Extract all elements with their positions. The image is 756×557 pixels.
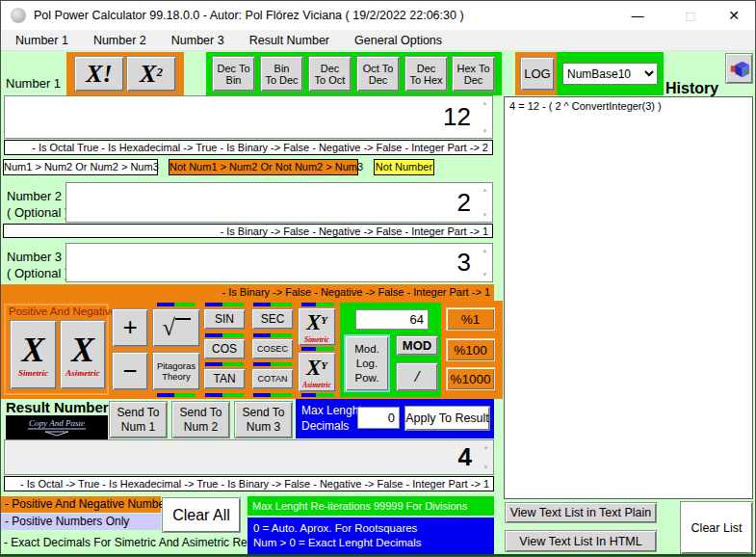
power-icon: XY — [306, 310, 327, 335]
pitagoras-button[interactable]: PitagorasTheory — [152, 352, 200, 390]
number1-spinner[interactable]: ▲▼ — [479, 97, 491, 137]
number1-input[interactable] — [4, 95, 493, 139]
dec-to-hex-button[interactable]: DecTo Hex — [404, 56, 448, 92]
sec-button[interactable]: SEC — [251, 308, 294, 330]
number1-status: - Is Octal True - Is Hexadecimal -> True… — [4, 140, 493, 155]
clear-list-button[interactable]: Clear List — [680, 501, 753, 554]
menu-number3[interactable]: Number 3 — [171, 34, 224, 47]
compare-badge: Num1 > Num2 Or Num2 > Num3 — [3, 159, 158, 175]
hex-to-dec-button[interactable]: Hex ToDec — [452, 56, 495, 92]
dec-to-oct-button[interactable]: DecTo Oct — [308, 56, 352, 92]
mod-button[interactable]: MOD — [396, 335, 438, 356]
numbase-panel: NumBase10 — [557, 52, 664, 95]
minus-button[interactable]: − — [112, 352, 148, 390]
mod-value-input[interactable] — [355, 309, 429, 330]
spinner-up-icon: ▲ — [482, 100, 488, 106]
accent-stripe — [205, 362, 244, 366]
minus-icon: − — [122, 357, 138, 386]
sqrt-icon: √ — [162, 315, 190, 341]
bin-to-dec-button[interactable]: BinTo Dec — [260, 56, 303, 92]
divide-button[interactable]: / — [396, 362, 438, 391]
cosec-button[interactable]: COSEC — [251, 338, 294, 359]
percent1-button[interactable]: %1 — [446, 307, 495, 331]
app-icon — [11, 8, 26, 23]
spinner-down-icon: ▼ — [482, 212, 488, 218]
view-text-plain-button[interactable]: View Text List in Text Plain — [505, 502, 657, 523]
result-title: Result Number — [6, 399, 109, 415]
result-spinner[interactable]: ▲▼ — [480, 441, 492, 473]
factorial-button[interactable]: X! — [74, 56, 124, 92]
menu-number2[interactable]: Number 2 — [93, 34, 146, 47]
close-icon: ✕ — [728, 8, 740, 23]
percent100-button[interactable]: %100 — [446, 338, 495, 361]
send-to-num2-button[interactable]: Send ToNum 2 — [171, 401, 230, 438]
app-window: Pol Power Calculator 99.18.0.0 - Autor: … — [0, 0, 756, 557]
maximize-button[interactable]: □ — [670, 1, 711, 30]
cube-icon — [729, 58, 750, 79]
menu-bar: Number 1 Number 2 Number 3 Result Number… — [1, 30, 756, 51]
x-simetric-button[interactable]: X Simetric — [10, 320, 57, 389]
number2-label: Number 2( Optional ) — [7, 188, 68, 221]
accent-stripe — [157, 303, 196, 306]
accent-stripe — [301, 393, 334, 397]
number2-status: - Is Binary -> False - Negative -> False… — [3, 224, 493, 238]
accent-stripe — [157, 393, 196, 397]
history-list[interactable]: 4 = 12 - ( 2 ^ ConvertInteger(3) ) — [504, 96, 753, 499]
spinner-down-icon: ▼ — [482, 272, 488, 278]
menu-number1[interactable]: Number 1 — [15, 34, 68, 47]
accent-stripe — [301, 347, 334, 351]
oct-to-dec-button[interactable]: Oct ToDec — [356, 56, 400, 92]
clear-all-button[interactable]: Clear All — [162, 497, 241, 533]
legend-exact-decimals: - Exact Decimals For Simetric And Asimet… — [4, 536, 271, 549]
history-item[interactable]: 4 = 12 - ( 2 ^ ConvertInteger(3) ) — [509, 100, 747, 112]
number3-spinner[interactable]: ▲▼ — [479, 245, 491, 280]
cos-button[interactable]: COS — [203, 338, 246, 359]
tan-button[interactable]: TAN — [203, 368, 246, 389]
close-button[interactable]: ✕ — [714, 1, 754, 30]
minimize-button[interactable]: — — [617, 1, 658, 30]
copy-paste-button[interactable]: Copy And Paste — [6, 415, 108, 439]
send-to-num3-button[interactable]: Send ToNum 3 — [234, 401, 293, 438]
cotan-button[interactable]: COTAN — [251, 368, 294, 389]
menu-result-number[interactable]: Result Number — [249, 34, 329, 47]
sqrt-button[interactable]: √ — [152, 308, 200, 347]
number2-input[interactable] — [65, 182, 493, 223]
power-asimetric-button[interactable]: XY Asimetric — [298, 352, 336, 392]
dec-to-bin-button[interactable]: Dec ToBin — [212, 56, 255, 92]
conversion-panel: Dec ToBin BinTo Dec DecTo Oct Oct ToDec … — [206, 52, 502, 95]
factorial-panel: X! X2 — [66, 52, 184, 95]
max-decimals-label: Max LenghtDecimals — [301, 403, 362, 434]
accent-stripe — [205, 333, 244, 337]
result-status: - Is Octal -> True - Is Hexadecimal -> T… — [4, 476, 494, 491]
send-to-num1-button[interactable]: Send ToNum 1 — [109, 401, 168, 438]
menu-general-options[interactable]: General Options — [354, 34, 442, 47]
accent-stripe — [253, 362, 292, 366]
power-icon: XY — [306, 356, 327, 381]
mod-log-pow-button[interactable]: Mod. Log. Pow. — [344, 334, 390, 392]
operations-panel: Positive And Negative X Simetric X Asime… — [1, 301, 503, 399]
number3-status: - Is Binary -> False - Negative -> False… — [1, 284, 494, 301]
factorial-label: X! — [86, 60, 112, 89]
power-simetric-button[interactable]: XY Simetric — [298, 307, 336, 346]
number2-spinner[interactable]: ▲▼ — [479, 184, 491, 221]
accent-stripe — [205, 393, 244, 397]
view-html-button[interactable]: View Text List In HTML — [505, 530, 657, 552]
log-button[interactable]: LOG — [520, 57, 555, 91]
paste-arrow-icon — [26, 428, 88, 437]
title-bar: Pol Power Calculator 99.18.0.0 - Autor: … — [1, 1, 756, 30]
plus-button[interactable]: + — [112, 308, 148, 347]
square-button[interactable]: X2 — [126, 56, 176, 92]
max-decimals-input[interactable] — [357, 407, 400, 429]
percent1000-button[interactable]: %1000 — [446, 367, 495, 390]
spinner-up-icon: ▲ — [482, 248, 488, 253]
numbase-select[interactable]: NumBase10 — [562, 63, 658, 85]
decimals-info-panel: 0 = Auto. Aprox. For Rootsquares Num > 0… — [248, 517, 494, 554]
number1-label: Number 1 — [6, 76, 61, 91]
legend-pos-only: - Positive Numbers Only — [1, 514, 161, 530]
apply-to-result-button[interactable]: Apply To Result — [404, 406, 490, 431]
x-asimetric-button[interactable]: X Asimetric — [60, 320, 106, 389]
sin-button[interactable]: SIN — [203, 308, 246, 330]
positive-negative-group: Positive And Negative X Simetric X Asime… — [4, 304, 109, 395]
component-cube-button[interactable] — [725, 53, 753, 84]
number3-input[interactable] — [65, 243, 493, 282]
